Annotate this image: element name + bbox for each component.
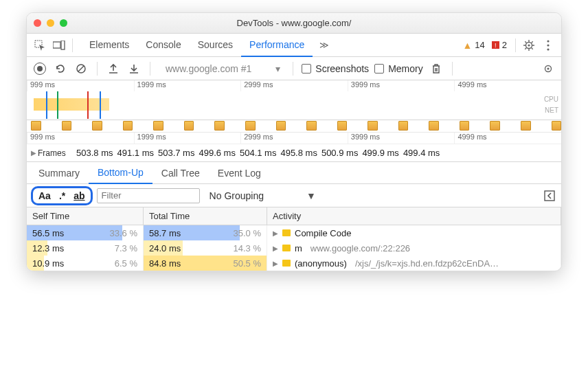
upload-profile-button[interactable] [106, 61, 121, 76]
self-time-cell[interactable]: 56.5 ms33.6 % [27, 225, 144, 240]
script-icon [282, 245, 291, 251]
screenshot-thumb[interactable] [92, 121, 102, 131]
activity-cell[interactable]: ▶(anonymous)/xjs/_/js/k=xjs.hd.en.fdzp62… [267, 256, 561, 271]
screenshot-thumb[interactable] [62, 121, 72, 131]
timeline-marker [87, 91, 89, 119]
record-button[interactable] [32, 61, 47, 76]
svg-line-11 [525, 47, 526, 49]
screenshot-thumb[interactable] [276, 121, 286, 131]
inspect-element-icon[interactable] [31, 36, 49, 54]
source-link[interactable]: /xjs/_/js/k=xjs.hd.en.fdzp62cEnDA… [355, 258, 499, 269]
script-icon [282, 229, 291, 236]
tab-event-log[interactable]: Event Log [209, 163, 270, 183]
activity-cell[interactable]: ▶Compile Code [267, 225, 561, 240]
reload-record-button[interactable] [53, 61, 68, 76]
col-total-time[interactable]: Total Time [144, 207, 267, 225]
col-self-time[interactable]: Self Time [27, 207, 144, 225]
tab-summary[interactable]: Summary [30, 163, 89, 183]
svg-line-9 [525, 41, 526, 43]
svg-line-17 [78, 66, 84, 71]
filter-toolbar: Aa .* ab No Grouping ▼ [27, 184, 561, 207]
errors-badge[interactable]: !2 [492, 40, 507, 50]
script-icon [282, 260, 291, 267]
bottom-up-table: Self Time Total Time Activity 56.5 ms33.… [27, 207, 561, 271]
devtools-window: DevTools - www.google.com/ Elements Cons… [26, 12, 562, 271]
tab-elements[interactable]: Elements [81, 34, 137, 57]
time-tick: 999 ms [27, 80, 134, 91]
memory-checkbox[interactable]: Memory [374, 63, 423, 74]
download-profile-button[interactable] [126, 61, 142, 76]
screenshot-thumb[interactable] [214, 121, 225, 131]
screenshot-strip[interactable] [27, 120, 561, 133]
screenshot-thumb[interactable] [460, 121, 470, 131]
match-whole-word-toggle[interactable]: ab [74, 190, 84, 201]
screenshot-thumb[interactable] [184, 121, 194, 131]
dropdown-caret-icon: ▾ [275, 63, 280, 74]
titlebar: DevTools - www.google.com/ [27, 13, 561, 34]
show-heaviest-stack-icon[interactable] [542, 188, 557, 203]
svg-line-10 [532, 47, 533, 49]
screenshot-thumb[interactable] [398, 121, 409, 131]
disclosure-triangle-icon[interactable]: ▶ [273, 260, 278, 267]
disclosure-triangle-icon[interactable]: ▶ [273, 245, 278, 252]
tab-performance[interactable]: Performance [241, 34, 313, 57]
total-time-cell[interactable]: 58.7 ms35.0 % [144, 225, 267, 240]
recording-select[interactable]: www.google.com #1 ▾ [159, 61, 284, 76]
screenshot-thumb[interactable] [337, 121, 348, 131]
time-tick: 1999 ms [134, 80, 241, 91]
screenshot-thumb[interactable] [245, 121, 256, 131]
net-label: NET [545, 106, 558, 114]
self-time-cell[interactable]: 10.9 ms6.5 % [27, 256, 144, 271]
total-time-cell[interactable]: 24.0 ms14.3 % [144, 240, 267, 256]
tab-console[interactable]: Console [137, 34, 189, 57]
svg-point-14 [547, 44, 549, 46]
svg-rect-1 [53, 42, 60, 48]
timeline-marker [46, 91, 47, 119]
screenshot-thumb[interactable] [368, 121, 378, 131]
timeline-marker [57, 91, 58, 119]
self-time-cell[interactable]: 12.3 ms7.3 % [27, 240, 144, 256]
svg-rect-20 [545, 191, 554, 201]
time-tick: 3999 ms [348, 133, 455, 144]
tab-sources[interactable]: Sources [190, 34, 241, 57]
total-time-cell[interactable]: 84.8 ms50.5 % [144, 256, 267, 271]
main-tabbar: Elements Console Sources Performance ≫ ▲… [27, 34, 561, 57]
flame-overview [34, 98, 109, 111]
flame-chart-header: 999 ms1999 ms2999 ms3999 ms4999 ms ▶Fram… [27, 133, 561, 162]
screenshot-thumb[interactable] [123, 121, 133, 131]
col-activity[interactable]: Activity [267, 207, 561, 225]
screenshot-thumb[interactable] [153, 121, 163, 131]
screenshot-thumb[interactable] [429, 121, 439, 131]
case-sensitive-toggle[interactable]: Aa [38, 190, 51, 201]
tab-bottom-up[interactable]: Bottom-Up [89, 162, 152, 184]
filter-mode-highlight: Aa .* ab [31, 186, 93, 205]
time-tick: 1999 ms [134, 133, 241, 144]
regex-toggle[interactable]: .* [59, 190, 65, 201]
kebab-menu-icon[interactable] [539, 36, 557, 54]
device-toolbar-icon[interactable] [50, 36, 68, 54]
timeline-overview[interactable]: 999 ms1999 ms2999 ms3999 ms4999 ms CPU N… [27, 80, 561, 120]
window-title: DevTools - www.google.com/ [27, 18, 561, 28]
screenshots-checkbox[interactable]: Screenshots [302, 63, 369, 74]
warnings-badge[interactable]: ▲14 [462, 40, 484, 51]
grouping-select[interactable]: No Grouping ▼ [204, 190, 321, 201]
capture-settings-gear-icon[interactable] [541, 61, 556, 76]
frames-track-label[interactable]: Frames [38, 148, 66, 158]
screenshot-thumb[interactable] [31, 121, 41, 131]
screenshot-thumb[interactable] [490, 121, 500, 131]
disclosure-triangle-icon[interactable]: ▶ [273, 229, 278, 237]
settings-gear-icon[interactable] [520, 36, 538, 54]
screenshot-thumb[interactable] [521, 121, 531, 131]
screenshot-thumb[interactable] [306, 121, 317, 131]
svg-point-13 [547, 40, 549, 42]
activity-cell[interactable]: ▶mwww.google.com/:22:226 [267, 240, 561, 256]
filter-input[interactable] [97, 188, 200, 203]
svg-rect-2 [61, 41, 65, 49]
screenshot-thumb[interactable] [552, 121, 562, 131]
disclosure-triangle-icon[interactable]: ▶ [31, 149, 36, 157]
clear-button[interactable] [74, 61, 89, 76]
more-tabs-icon[interactable]: ≫ [314, 40, 335, 50]
source-link[interactable]: www.google.com/:22:226 [310, 243, 410, 253]
delete-profile-button[interactable] [429, 61, 444, 76]
tab-call-tree[interactable]: Call Tree [152, 163, 209, 183]
